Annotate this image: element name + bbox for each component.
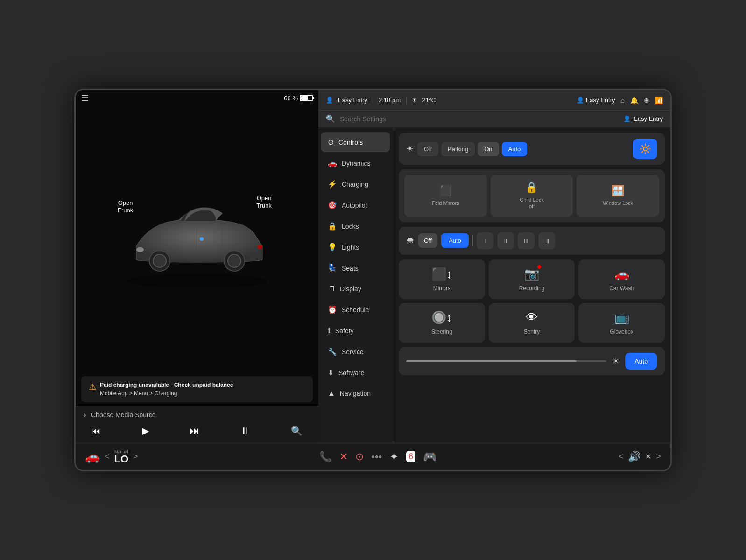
person-icon: 👤 (326, 97, 333, 104)
camera-circle-icon[interactable]: ⊙ (355, 451, 364, 463)
brightness-icon: ☀ (612, 356, 619, 366)
sidebar-item-locks[interactable]: 🔒 Locks (321, 216, 390, 236)
headlights-icon-button[interactable]: 🔆 (633, 139, 657, 159)
dots-icon[interactable]: ••• (371, 451, 382, 463)
recording-icon: 📷 (524, 267, 539, 281)
sidebar-charging-label: Charging (342, 181, 368, 188)
play-pause-button[interactable]: ▶ (138, 423, 153, 438)
headlights-parking-button[interactable]: Parking (441, 142, 475, 156)
search-media-button[interactable]: 🔍 (287, 423, 306, 438)
sidebar-autopilot-label: Autopilot (342, 202, 367, 209)
child-lock-icon: 🔒 (525, 182, 538, 194)
mirrors-label: Mirrors (433, 285, 450, 292)
controls-panel: ☀ Off Parking On Auto 🔆 (393, 127, 670, 443)
sidebar-item-seats[interactable]: 💺 Seats (321, 258, 390, 278)
search-input[interactable] (340, 115, 619, 123)
person-icon-bar: 👤 (623, 115, 631, 122)
apps-icon[interactable]: 🎮 (423, 450, 437, 463)
x-icon-taskbar[interactable]: ✕ (339, 451, 348, 463)
wiper-off-button[interactable]: Off (418, 233, 437, 248)
child-lock-button[interactable]: 🔒 Child Lockoff (491, 175, 573, 217)
brightness-auto-button[interactable]: Auto (625, 353, 657, 370)
easy-entry-profile-bar: 👤 Easy Entry (623, 115, 663, 122)
phone-icon-taskbar[interactable]: 📞 (319, 451, 332, 463)
sidebar-item-autopilot[interactable]: 🎯 Autopilot (321, 195, 390, 215)
brightness-slider[interactable] (406, 360, 606, 362)
home-icon[interactable]: ⌂ (621, 97, 625, 104)
right-panel: 👤 Easy Entry | 2:18 pm | ☀ 21°C 👤 Easy E… (318, 90, 670, 443)
steering-icon: 🔘↕ (431, 310, 452, 325)
taskbar-nav-next[interactable]: > (656, 452, 661, 462)
search-icon: 🔍 (326, 114, 335, 123)
next-track-button[interactable]: ⏭ (186, 424, 203, 438)
menu-icon[interactable]: ☰ (81, 93, 89, 103)
headlights-on-button[interactable]: On (478, 142, 499, 156)
easy-entry-label-bar: Easy Entry (633, 115, 663, 122)
prev-track-button[interactable]: ⏮ (88, 424, 105, 438)
svg-point-2 (153, 254, 166, 267)
bluetooth-icon[interactable]: ⊕ (644, 97, 649, 104)
top-status-bar: 👤 Easy Entry | 2:18 pm | ☀ 21°C 👤 Easy E… (318, 90, 670, 111)
glovebox-label: Glovebox (610, 329, 633, 335)
recording-button[interactable]: 📷 Recording (489, 259, 575, 299)
open-frunk-label[interactable]: OpenFrunk (118, 199, 133, 215)
separator2: | (405, 96, 407, 105)
equalizer-button[interactable]: ⏸ (237, 424, 253, 438)
status-right: 👤 Easy Entry ⌂ 🔔 ⊕ 📶 (577, 97, 663, 104)
headlights-auto-button[interactable]: Auto (502, 142, 528, 156)
warning-icon: ⚠ (89, 382, 96, 392)
volume-icon[interactable]: 🔊 (628, 451, 640, 463)
media-source-label: Choose Media Source (91, 411, 156, 419)
mirrors-button[interactable]: ⬛↕ Mirrors (399, 259, 485, 299)
car-icon-taskbar[interactable]: 🚗 (85, 449, 100, 464)
sentry-icon: 👁 (526, 310, 538, 325)
wiper-auto-button[interactable]: Auto (441, 233, 469, 248)
nav-prev-button[interactable]: < (105, 452, 110, 462)
sidebar-item-controls[interactable]: ⊙ Controls (321, 132, 390, 152)
wiper-speed-3-button[interactable]: III (518, 232, 535, 249)
sidebar-item-software[interactable]: ⬇ Software (321, 363, 390, 383)
wiper-speed-2-button[interactable]: II (497, 232, 514, 249)
sidebar-nav: ⊙ Controls 🚗 Dynamics ⚡ Charging 🎯 Autop… (318, 127, 393, 443)
sidebar-seats-label: Seats (342, 265, 359, 272)
wipers-row: 🌧 Off Auto I II III |||| (399, 227, 665, 255)
door-locks-grid: ⬛ Fold Mirrors 🔒 Child Lockoff 🪟 Window … (399, 169, 665, 222)
wiper-speed-4-button[interactable]: |||| (538, 232, 555, 249)
svg-point-0 (127, 274, 267, 288)
headlights-row: ☀ Off Parking On Auto 🔆 (399, 133, 665, 165)
sidebar-item-dynamics[interactable]: 🚗 Dynamics (321, 153, 390, 173)
locks-icon: 🔒 (328, 222, 337, 231)
sidebar-item-lights[interactable]: 💡 Lights (321, 237, 390, 257)
car-wash-button[interactable]: 🚗 Car Wash (578, 259, 665, 299)
car-wash-icon: 🚗 (614, 267, 629, 281)
fan-icon[interactable]: ✦ (389, 450, 399, 463)
time-display: 2:18 pm (379, 97, 401, 104)
sidebar-software-label: Software (338, 369, 364, 377)
sidebar-item-schedule[interactable]: ⏰ Schedule (321, 300, 390, 320)
screen-content: ☰ 66 % OpenFrunk O (76, 90, 670, 443)
sidebar-item-charging[interactable]: ⚡ Charging (321, 174, 390, 194)
sentry-button[interactable]: 👁 Sentry (489, 303, 575, 343)
mute-x-icon[interactable]: ✕ (645, 452, 651, 461)
wiper-speed-1-button[interactable]: I (477, 232, 493, 249)
entry-label: Easy Entry (338, 97, 367, 104)
left-panel: ☰ 66 % OpenFrunk O (76, 90, 318, 443)
glovebox-button[interactable]: 📺 Glovebox (578, 303, 665, 343)
bell-icon[interactable]: 🔔 (630, 97, 638, 104)
sidebar-item-safety[interactable]: ℹ Safety (321, 321, 390, 341)
fold-mirrors-button[interactable]: ⬛ Fold Mirrors (404, 175, 487, 217)
profile-icon: 👤 (577, 97, 584, 104)
calendar-icon[interactable]: 6 (406, 451, 415, 462)
window-lock-button[interactable]: 🪟 Window Lock (577, 175, 659, 217)
sidebar-item-display[interactable]: 🖥 Display (321, 279, 390, 299)
headlights-off-button[interactable]: Off (417, 142, 438, 156)
taskbar-nav-prev[interactable]: < (619, 452, 624, 462)
steering-button[interactable]: 🔘↕ Steering (399, 303, 485, 343)
sidebar-item-navigation[interactable]: ▲ Navigation (321, 384, 390, 403)
fold-mirrors-icon: ⬛ (439, 185, 452, 197)
open-trunk-label[interactable]: OpenTrunk (256, 195, 272, 210)
sidebar-locks-label: Locks (342, 223, 359, 230)
signal-icon[interactable]: 📶 (655, 97, 663, 104)
nav-next-button[interactable]: > (133, 452, 138, 462)
sidebar-item-service[interactable]: 🔧 Service (321, 342, 390, 362)
